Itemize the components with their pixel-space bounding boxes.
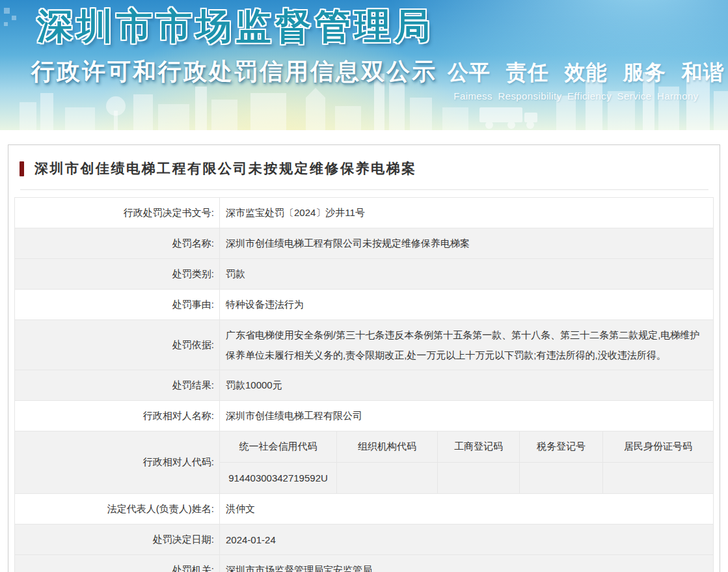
title-divider xyxy=(20,189,708,190)
banner-subtitle: 行政许可和行政处罚信用信息双公示 xyxy=(31,56,437,88)
code-value-cell xyxy=(438,463,520,493)
pixel-blocks-decoration xyxy=(3,5,42,44)
row-value: 深圳市创佳绩电梯工程有限公司未按规定维修保养电梯案 xyxy=(220,228,713,258)
code-value-row: 91440300342719592U xyxy=(220,463,713,493)
row-label: 处罚事由: xyxy=(15,290,220,320)
row-value: 深圳市创佳绩电梯工程有限公司 xyxy=(220,401,713,431)
content-box: 深圳市创佳绩电梯工程有限公司未按规定维修保养电梯案 行政处罚决定书文号:深市监宝… xyxy=(8,144,720,572)
case-title-accent-bar xyxy=(20,161,24,176)
row-label: 处罚名称: xyxy=(15,228,220,258)
table-row: 处罚事由:特种设备违法行为 xyxy=(15,290,713,320)
code-header-cell: 组织机构代码 xyxy=(337,431,438,462)
row-value: 洪仲文 xyxy=(220,494,713,524)
row-label: 行政相对人名称: xyxy=(15,401,220,431)
row-label: 行政相对人代码: xyxy=(15,431,220,493)
code-header-cell: 居民身份证号码 xyxy=(603,431,713,462)
slogan-chinese: 公平 责任 效能 服务 和谐 xyxy=(448,59,705,87)
code-value-cell xyxy=(520,463,603,493)
code-value-cell: 91440300342719592U xyxy=(220,463,337,493)
table-row: 处罚类别:罚款 xyxy=(15,259,713,290)
row-value: 广东省电梯使用安全条例/第三十七条违反本条例第十五条第一款、第十八条、第三十二条… xyxy=(220,320,713,370)
table-row: 行政相对人代码:统一社会信用代码组织机构代码工商登记码税务登记号居民身份证号码9… xyxy=(15,431,713,494)
code-header-cell: 统一社会信用代码 xyxy=(220,431,337,462)
row-label: 法定代表人(负责人)姓名: xyxy=(15,494,220,524)
row-label: 处罚决定日期: xyxy=(15,524,220,554)
slogan-english: Faimess Responsibility Efficiency Servic… xyxy=(448,90,705,102)
table-row: 处罚机关:深圳市市场监督管理局宝安监管局 xyxy=(15,555,713,572)
row-label: 行政处罚决定书文号: xyxy=(15,198,220,228)
code-header-cell: 税务登记号 xyxy=(520,431,603,462)
row-value: 罚款10000元 xyxy=(220,370,713,400)
case-title: 深圳市创佳绩电梯工程有限公司未按规定维修保养电梯案 xyxy=(34,159,417,178)
code-value-cell xyxy=(603,463,713,493)
row-label: 处罚机关: xyxy=(15,555,220,572)
row-label: 处罚结果: xyxy=(15,370,220,400)
table-row: 处罚决定日期:2024-01-24 xyxy=(15,524,713,555)
header-banner: 深圳市市场监督管理局 行政许可和行政处罚信用信息双公示 公平 责任 效能 服务 … xyxy=(0,0,728,130)
row-value: 2024-01-24 xyxy=(220,524,713,554)
row-value: 深圳市市场监督管理局宝安监管局 xyxy=(220,555,713,572)
slogan-block: 公平 责任 效能 服务 和谐 Faimess Responsibility Ef… xyxy=(448,59,705,102)
table-row: 处罚依据:广东省电梯使用安全条例/第三十七条违反本条例第十五条第一款、第十八条、… xyxy=(15,320,713,370)
table-row: 处罚名称:深圳市创佳绩电梯工程有限公司未按规定维修保养电梯案 xyxy=(15,228,713,259)
table-row: 行政处罚决定书文号:深市监宝处罚〔2024〕沙井11号 xyxy=(15,198,713,228)
row-label: 处罚类别: xyxy=(15,259,220,289)
code-header-cell: 工商登记码 xyxy=(438,431,520,462)
table-row: 法定代表人(负责人)姓名:洪仲文 xyxy=(15,494,713,524)
party-code-table: 统一社会信用代码组织机构代码工商登记码税务登记号居民身份证号码914403003… xyxy=(220,431,713,493)
row-value: 罚款 xyxy=(220,259,713,289)
code-value-cell xyxy=(337,463,438,493)
case-title-row: 深圳市创佳绩电梯工程有限公司未按规定维修保养电梯案 xyxy=(20,159,713,178)
row-value: 深市监宝处罚〔2024〕沙井11号 xyxy=(220,198,713,228)
row-value: 特种设备违法行为 xyxy=(220,290,713,320)
code-header-row: 统一社会信用代码组织机构代码工商登记码税务登记号居民身份证号码 xyxy=(220,431,713,463)
row-label: 处罚依据: xyxy=(15,320,220,370)
table-row: 行政相对人名称:深圳市创佳绩电梯工程有限公司 xyxy=(15,401,713,431)
penalty-table: 行政处罚决定书文号:深市监宝处罚〔2024〕沙井11号处罚名称:深圳市创佳绩电梯… xyxy=(14,197,714,572)
table-row: 处罚结果:罚款10000元 xyxy=(15,370,713,401)
org-name-title: 深圳市市场监督管理局 xyxy=(37,3,434,51)
